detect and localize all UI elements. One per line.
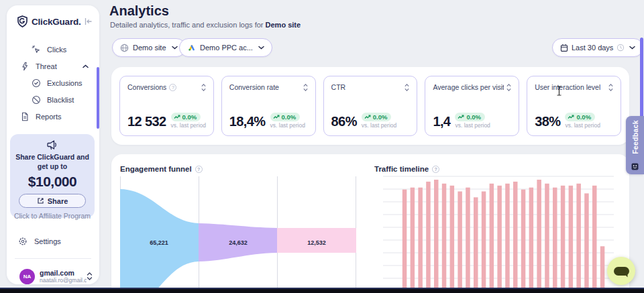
funnel-stage-value: 24,632 xyxy=(229,239,248,246)
sort-icon[interactable] xyxy=(303,84,308,91)
kpi-label: Conversions xyxy=(127,83,166,91)
account-name: gmail.com xyxy=(40,269,87,277)
logo-wordmark: ClickGuard. xyxy=(32,17,84,27)
traffic-bar xyxy=(474,197,478,293)
chat-bubble-icon xyxy=(614,267,629,276)
sidebar-item-reports[interactable]: Reports xyxy=(7,108,99,125)
trend-up-icon xyxy=(174,115,180,119)
sidebar: ClickGuard. Clicks Threat Exclusions xyxy=(7,5,99,284)
sidebar-item-settings[interactable]: Settings xyxy=(7,233,99,249)
account-switcher[interactable]: NA gmail.com naatali.ro@gmail.com xyxy=(7,265,99,288)
funnel-stage-value: 65,221 xyxy=(150,239,168,246)
click-cursor-icon xyxy=(32,45,41,54)
sidebar-menu: Clicks Threat Exclusions Blacklist xyxy=(7,41,99,125)
sidebar-item-label: Clicks xyxy=(47,46,66,54)
chevron-up-icon[interactable] xyxy=(83,64,89,68)
share-button[interactable]: Share xyxy=(19,194,86,208)
traffic-bar xyxy=(482,192,486,293)
kpi-card-avg-clicks: Average clicks per visitor 1,4 0.0% vs. … xyxy=(425,76,519,136)
sidebar-item-label: Blacklist xyxy=(47,96,74,104)
trend-up-icon xyxy=(273,115,280,119)
sort-icon[interactable] xyxy=(201,84,206,91)
traffic-bar xyxy=(513,182,518,293)
kpi-value: 1,4 xyxy=(433,114,450,129)
kpi-label: CTR xyxy=(331,83,346,91)
sidebar-item-exclusions[interactable]: Exclusions xyxy=(7,74,99,91)
charts-panel: Engagement funnel ? Traffic timeline ? 6… xyxy=(111,154,629,293)
sidebar-item-label: Exclusions xyxy=(47,79,83,87)
sidebar-divider xyxy=(15,258,91,259)
sidebar-item-clicks[interactable]: Clicks xyxy=(7,41,99,58)
affiliate-promo-card[interactable]: Share ClickGuard and get up to $10,000 S… xyxy=(10,134,95,218)
trend-value: 0.0% xyxy=(576,113,591,121)
kpi-card-ctr: CTR 86% 0.0% vs. last period xyxy=(323,76,418,136)
traffic-bar xyxy=(497,186,502,293)
trend-note: vs. last period xyxy=(171,122,206,129)
sidebar-item-label: Reports xyxy=(36,113,62,121)
promo-text-line2: get up to xyxy=(10,162,95,172)
traffic-bar xyxy=(434,180,439,293)
ppc-account-selector-value: Demo PPC ac... xyxy=(200,44,253,52)
document-icon xyxy=(20,112,30,121)
blocked-circle-icon xyxy=(32,95,41,105)
kpi-value: 12 532 xyxy=(127,114,166,129)
chat-launcher-button[interactable] xyxy=(607,257,635,285)
traffic-bar xyxy=(490,184,494,293)
trend-note: vs. last period xyxy=(362,122,396,129)
trend-up-icon xyxy=(568,115,574,119)
globe-icon xyxy=(120,44,129,52)
traffic-bar xyxy=(529,188,534,293)
trend-note: vs. last period xyxy=(565,122,600,129)
megaphone-icon xyxy=(46,139,58,150)
traffic-bar xyxy=(418,188,423,293)
sidebar-scrollbar-thumb[interactable] xyxy=(97,67,99,129)
trend-up-icon xyxy=(364,115,371,119)
traffic-bar xyxy=(466,188,470,293)
info-icon[interactable]: ? xyxy=(169,84,176,91)
trend-badge: 0.0% xyxy=(565,113,595,121)
trend-value: 0.0% xyxy=(466,113,481,121)
trend-note: vs. last period xyxy=(455,122,490,129)
sort-icon[interactable] xyxy=(608,84,613,91)
sidebar-item-threat[interactable]: Threat xyxy=(7,58,99,74)
check-circle-icon xyxy=(32,78,41,88)
page-subtitle: Detailed analytics, traffic and exclusio… xyxy=(110,21,301,29)
sort-icon[interactable] xyxy=(506,84,511,91)
page-scrollbar-thumb[interactable] xyxy=(640,38,643,118)
collapse-sidebar-icon[interactable] xyxy=(84,17,93,25)
traffic-bar xyxy=(553,188,557,293)
page-title: Analytics xyxy=(109,3,169,19)
ppc-account-selector-dropdown[interactable]: Demo PPC ac... xyxy=(179,38,272,57)
kpi-value: 38% xyxy=(535,114,560,129)
traffic-timeline-chart xyxy=(374,171,621,293)
traffic-bar xyxy=(537,180,541,293)
share-button-label: Share xyxy=(48,197,68,205)
feedback-widget-icon xyxy=(631,163,639,170)
chevron-down-icon xyxy=(172,46,178,50)
traffic-bar xyxy=(505,184,510,293)
trend-note: vs. last period xyxy=(270,122,305,129)
traffic-bar xyxy=(402,190,407,293)
select-carets-icon xyxy=(87,272,93,280)
sort-icon[interactable] xyxy=(405,84,409,91)
feedback-tab[interactable]: Feedback xyxy=(626,116,644,174)
traffic-bar xyxy=(600,246,605,293)
traffic-bar xyxy=(545,184,549,293)
chevron-down-icon xyxy=(629,46,635,50)
engagement-funnel-chart: 65,221 24,632 12,532 xyxy=(120,171,356,293)
trend-value: 0.0% xyxy=(182,113,197,121)
traffic-bar xyxy=(450,186,455,293)
trend-up-icon xyxy=(458,115,464,119)
kpi-card-user-interaction: User interaction level 38% 0.0% vs. last… xyxy=(527,76,621,136)
site-selector-dropdown[interactable]: Demo site xyxy=(112,38,186,57)
avatar: NA xyxy=(19,269,35,284)
page-subtitle-text: Detailed analytics, traffic and exclusio… xyxy=(110,21,263,29)
sidebar-item-blacklist[interactable]: Blacklist xyxy=(7,91,99,108)
date-range-dropdown[interactable]: Last 30 days xyxy=(552,38,643,57)
kpi-label: User interaction level xyxy=(535,83,600,91)
trend-badge: 0.0% xyxy=(270,113,301,121)
traffic-bar xyxy=(576,184,581,293)
clickguard-logo-shield-icon xyxy=(17,15,28,27)
site-selector-value: Demo site xyxy=(133,44,166,52)
feedback-tab-label: Feedback xyxy=(631,120,639,154)
